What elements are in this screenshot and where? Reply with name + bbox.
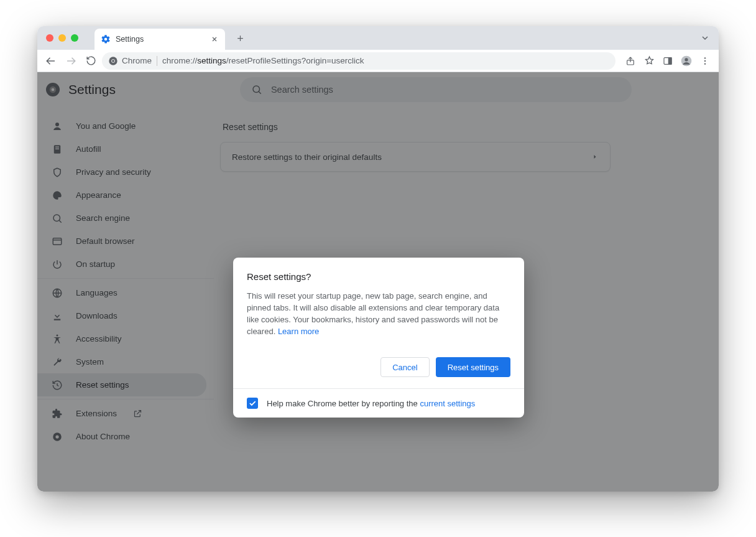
svg-point-7 bbox=[685, 58, 688, 61]
window-controls bbox=[44, 34, 83, 42]
bookmark-button[interactable] bbox=[640, 52, 658, 70]
tab-overflow-button[interactable] bbox=[698, 30, 712, 45]
site-chip-label: Chrome bbox=[122, 56, 152, 65]
current-settings-link[interactable]: current settings bbox=[420, 399, 475, 408]
window-zoom-button[interactable] bbox=[71, 34, 78, 42]
window-close-button[interactable] bbox=[46, 34, 53, 42]
address-bar[interactable]: Chrome chrome://settings/resetProfileSet… bbox=[102, 52, 615, 70]
cancel-button[interactable]: Cancel bbox=[380, 357, 429, 377]
dialog-body-text: This will reset your startup page, new t… bbox=[247, 291, 510, 337]
share-button[interactable] bbox=[622, 52, 639, 70]
back-button[interactable] bbox=[42, 52, 60, 70]
address-url: chrome://settings/resetProfileSettings?o… bbox=[162, 56, 364, 65]
svg-point-10 bbox=[704, 63, 706, 64]
new-tab-button[interactable] bbox=[231, 29, 249, 47]
chrome-icon bbox=[108, 56, 118, 66]
dialog-title: Reset settings? bbox=[247, 271, 510, 282]
tab-close-button[interactable] bbox=[210, 35, 219, 44]
site-chip: Chrome bbox=[108, 56, 152, 66]
forward-button[interactable] bbox=[62, 52, 80, 70]
side-panel-button[interactable] bbox=[659, 52, 676, 70]
footer-text: Help make Chrome better by reporting the… bbox=[267, 399, 475, 408]
address-separator bbox=[157, 56, 157, 66]
reload-button[interactable] bbox=[82, 52, 99, 70]
window-minimize-button[interactable] bbox=[58, 34, 66, 42]
reset-settings-button[interactable]: Reset settings bbox=[436, 357, 510, 377]
svg-point-2 bbox=[112, 60, 114, 62]
report-checkbox[interactable] bbox=[247, 398, 258, 409]
page-content: Settings Search settings You and Google … bbox=[37, 72, 719, 492]
browser-tab[interactable]: Settings bbox=[94, 29, 225, 50]
reset-settings-dialog: Reset settings? This will reset your sta… bbox=[233, 258, 524, 418]
learn-more-link[interactable]: Learn more bbox=[278, 327, 319, 336]
svg-point-8 bbox=[704, 57, 706, 58]
gear-icon bbox=[101, 34, 111, 44]
browser-window: Settings Chrome bbox=[37, 26, 719, 492]
svg-point-9 bbox=[704, 60, 706, 61]
tab-title: Settings bbox=[116, 35, 144, 44]
profile-button[interactable] bbox=[678, 52, 695, 70]
browser-toolbar: Chrome chrome://settings/resetProfileSet… bbox=[37, 50, 719, 72]
tab-strip: Settings bbox=[37, 26, 719, 50]
svg-rect-5 bbox=[668, 57, 671, 64]
menu-button[interactable] bbox=[696, 52, 714, 70]
